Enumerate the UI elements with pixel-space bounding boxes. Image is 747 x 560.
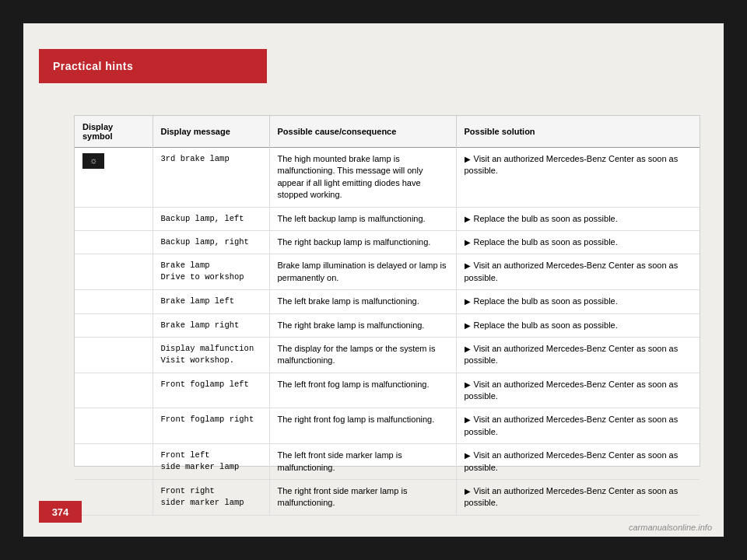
cell-symbol	[75, 254, 153, 290]
table-row: Backup lamp, rightThe right backup lamp …	[75, 230, 700, 254]
table-row: Front rightsider marker lampThe right fr…	[75, 480, 700, 516]
cell-solution: ▶Replace the bulb as soon as possible.	[456, 313, 700, 337]
cell-symbol	[75, 373, 153, 408]
bullet-arrow-icon: ▶	[465, 380, 471, 389]
cell-solution: ▶Visit an authorized Mercedes-Benz Cente…	[456, 373, 700, 408]
cell-message: Backup lamp, left	[153, 207, 269, 230]
page-number-box: 374	[39, 501, 82, 523]
cell-solution: ▶Visit an authorized Mercedes-Benz Cente…	[456, 480, 700, 516]
cell-cause: Brake lamp illumination is delayed or la…	[269, 254, 456, 290]
cell-message: Front foglamp right	[153, 408, 269, 444]
cell-symbol	[75, 290, 153, 313]
cell-message: Front leftside marker lamp	[153, 444, 269, 480]
cell-solution: ▶Visit an authorized Mercedes-Benz Cente…	[456, 148, 700, 208]
table-row: Brake lamp leftThe left brake lamp is ma…	[75, 290, 700, 313]
cell-solution: ▶Replace the bulb as soon as possible.	[456, 230, 700, 254]
table-row: Brake lamp rightThe right brake lamp is …	[75, 313, 700, 337]
table-row: Display malfunctionVisit workshop.The di…	[75, 337, 700, 373]
page-title: Practical hints	[53, 60, 133, 72]
cell-symbol	[75, 444, 153, 480]
lamp-malfunction-table: Display symbol Display message Possible …	[75, 116, 700, 516]
cell-solution: ▶Replace the bulb as soon as possible.	[456, 290, 700, 313]
table-row: Front foglamp rightThe right front fog l…	[75, 408, 700, 444]
bullet-arrow-icon: ▶	[465, 238, 471, 247]
cell-message: 3rd brake lamp	[153, 148, 269, 208]
cell-message: Display malfunctionVisit workshop.	[153, 337, 269, 373]
bullet-arrow-icon: ▶	[465, 451, 471, 460]
cell-solution: ▶Visit an authorized Mercedes-Benz Cente…	[456, 408, 700, 444]
cell-cause: The right brake lamp is malfunctioning.	[269, 313, 456, 337]
bullet-arrow-icon: ▶	[465, 487, 471, 495]
cell-cause: The left backup lamp is malfunctioning.	[269, 207, 456, 230]
bullet-arrow-icon: ▶	[465, 415, 471, 424]
cell-cause: The right front fog lamp is malfunctioni…	[269, 408, 456, 444]
cell-cause: The right backup lamp is malfunctioning.	[269, 230, 456, 254]
cell-cause: The high mounted brake lamp is malfuncti…	[269, 148, 456, 208]
bullet-arrow-icon: ▶	[465, 215, 471, 223]
bullet-arrow-icon: ▶	[465, 155, 471, 163]
brake-lamp-icon: ☼	[82, 153, 104, 169]
cell-cause: The right front side marker lamp is malf…	[269, 480, 456, 516]
cell-solution: ▶Visit an authorized Mercedes-Benz Cente…	[456, 444, 700, 480]
bullet-arrow-icon: ▶	[465, 297, 471, 306]
cell-cause: The left front fog lamp is malfunctionin…	[269, 373, 456, 408]
cell-message: Brake lampDrive to workshop	[153, 254, 269, 290]
cell-message: Brake lamp right	[153, 313, 269, 337]
bullet-arrow-icon: ▶	[465, 345, 471, 353]
cell-symbol	[75, 480, 153, 516]
table-header-row: Display symbol Display message Possible …	[75, 116, 700, 148]
column-header-message: Display message	[153, 116, 269, 148]
cell-symbol	[75, 337, 153, 373]
cell-symbol	[75, 207, 153, 230]
table-row: Brake lampDrive to workshopBrake lamp il…	[75, 254, 700, 290]
column-header-symbol: Display symbol	[75, 116, 153, 148]
header-bar: Practical hints	[39, 49, 267, 83]
cell-symbol	[75, 313, 153, 337]
cell-message: Front foglamp left	[153, 373, 269, 408]
bullet-arrow-icon: ▶	[465, 321, 471, 330]
table-row: Backup lamp, leftThe left backup lamp is…	[75, 207, 700, 230]
cell-cause: The left brake lamp is malfunctioning.	[269, 290, 456, 313]
data-table-container: Display symbol Display message Possible …	[74, 115, 700, 467]
cell-symbol: ☼	[75, 148, 153, 208]
bullet-arrow-icon: ▶	[465, 261, 471, 270]
table-row: ☼3rd brake lampThe high mounted brake la…	[75, 148, 700, 208]
table-row: Front foglamp leftThe left front fog lam…	[75, 373, 700, 408]
cell-symbol	[75, 230, 153, 254]
cell-solution: ▶Visit an authorized Mercedes-Benz Cente…	[456, 337, 700, 373]
cell-message: Brake lamp left	[153, 290, 269, 313]
cell-cause: The display for the lamps or the system …	[269, 337, 456, 373]
cell-solution: ▶Visit an authorized Mercedes-Benz Cente…	[456, 254, 700, 290]
table-row: Front leftside marker lampThe left front…	[75, 444, 700, 480]
page-number: 374	[52, 506, 69, 518]
watermark: carmanualsonline.info	[629, 523, 712, 532]
column-header-cause: Possible cause/consequence	[269, 116, 456, 148]
cell-message: Front rightsider marker lamp	[153, 480, 269, 516]
column-header-solution: Possible solution	[456, 116, 700, 148]
cell-solution: ▶Replace the bulb as soon as possible.	[456, 207, 700, 230]
cell-cause: The left front side marker lamp is malfu…	[269, 444, 456, 480]
cell-message: Backup lamp, right	[153, 230, 269, 254]
cell-symbol	[75, 408, 153, 444]
